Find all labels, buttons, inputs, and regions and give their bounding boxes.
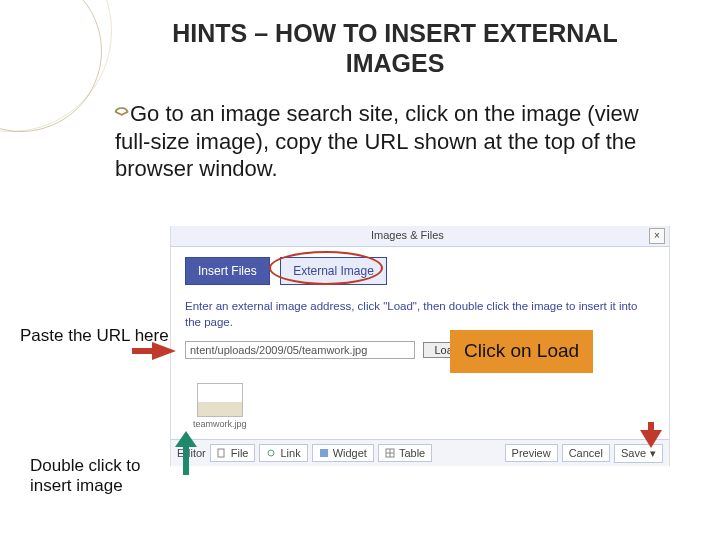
widget-icon bbox=[319, 448, 329, 458]
bullet-text: Go to an image search site, click on the… bbox=[115, 101, 639, 181]
arrow-up-icon bbox=[183, 445, 189, 475]
editor-toolbar: Editor File Link Widget Table Preview Ca… bbox=[171, 439, 669, 466]
callout-paste: Paste the URL here bbox=[20, 326, 169, 346]
widget-button[interactable]: Widget bbox=[312, 444, 374, 462]
dialog-screenshot: Images & Files × Insert Files External I… bbox=[170, 226, 670, 466]
table-button[interactable]: Table bbox=[378, 444, 432, 462]
thumbnail-image bbox=[197, 383, 243, 417]
thumbnail-caption: teamwork.jpg bbox=[193, 419, 247, 429]
arrow-right-icon bbox=[152, 342, 176, 360]
dialog-description: Enter an external image address, click "… bbox=[171, 285, 669, 336]
tab-external-image[interactable]: External Image bbox=[280, 257, 387, 285]
svg-rect-0 bbox=[218, 449, 224, 457]
file-icon bbox=[217, 448, 227, 458]
table-icon bbox=[385, 448, 395, 458]
toolbar-label: Editor bbox=[177, 447, 206, 459]
callout-load: Click on Load bbox=[450, 330, 593, 373]
file-button[interactable]: File bbox=[210, 444, 256, 462]
callout-double-click: Double click to insert image bbox=[30, 456, 170, 497]
link-button[interactable]: Link bbox=[259, 444, 307, 462]
cancel-button[interactable]: Cancel bbox=[562, 444, 610, 462]
tab-insert-files[interactable]: Insert Files bbox=[185, 257, 270, 285]
svg-point-1 bbox=[268, 450, 274, 456]
tab-bar: Insert Files External Image bbox=[171, 247, 669, 285]
url-input[interactable] bbox=[185, 341, 415, 359]
highlight-ellipse bbox=[269, 251, 383, 285]
thumbnail[interactable]: teamwork.jpg bbox=[193, 383, 247, 429]
arrow-down-icon bbox=[640, 430, 662, 448]
slide-title: HINTS – HOW TO INSERT EXTERNAL IMAGES bbox=[130, 18, 660, 78]
body-text: ⌔Go to an image search site, click on th… bbox=[115, 100, 650, 183]
dialog-title: Images & Files bbox=[371, 229, 444, 241]
preview-button[interactable]: Preview bbox=[505, 444, 558, 462]
dialog-header: Images & Files × bbox=[171, 226, 669, 247]
slide: HINTS – HOW TO INSERT EXTERNAL IMAGES ⌔G… bbox=[0, 0, 720, 540]
bullet-icon: ⌔ bbox=[115, 101, 128, 126]
decorative-circle bbox=[0, 0, 102, 132]
svg-rect-2 bbox=[320, 449, 328, 457]
link-icon bbox=[266, 448, 276, 458]
close-icon[interactable]: × bbox=[649, 228, 665, 244]
